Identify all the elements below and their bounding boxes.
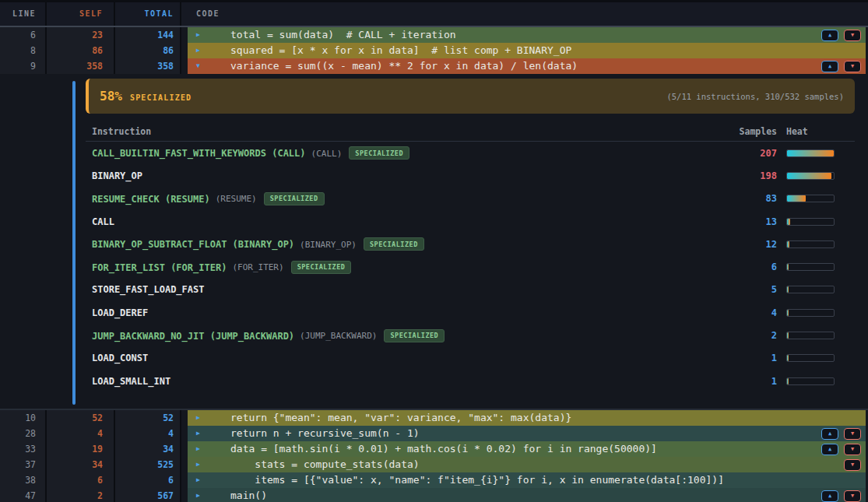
heat-bar-fill <box>787 355 789 361</box>
expand-arrow-icon[interactable]: ▶ <box>196 43 204 58</box>
instruction-name: BINARY_OP_SUBTRACT_FLOAT (BINARY_OP)(BIN… <box>86 237 691 251</box>
samples-value: 2 <box>691 330 777 341</box>
heat-bar <box>786 263 835 271</box>
row-buttons: ▲ ▼ <box>821 61 861 72</box>
jump-up-button[interactable]: ▲ <box>821 490 838 502</box>
jump-down-button[interactable]: ▼ <box>844 428 861 440</box>
code-line-bar[interactable]: ▶ squared = [x * x for x in data] # list… <box>188 43 866 58</box>
instruction-base-opcode: (RESUME) <box>216 194 257 204</box>
self-value: 4 <box>47 426 115 441</box>
code-line-bar[interactable]: ▶ main() ▲ ▼ <box>188 488 866 502</box>
specialization-banner: 58% SPECIALIZED (5/11 instructions, 310/… <box>86 79 855 114</box>
self-value: 34 <box>47 457 115 472</box>
total-value: 358 <box>115 58 181 74</box>
instruction-base-opcode: (FOR_ITER) <box>232 262 283 272</box>
row-buttons: ▼ <box>844 459 861 471</box>
heat-bar-fill <box>787 264 789 270</box>
heat-bar <box>786 240 835 248</box>
code-rows-top: 6 23 144 ▶ total = sum(data) # CALL + it… <box>0 27 868 74</box>
total-value: 52 <box>115 410 181 426</box>
instruction-rows: CALL_BUILTIN_FAST_WITH_KEYWORDS (CALL)(C… <box>86 142 855 392</box>
instruction-name: LOAD_CONST <box>86 353 691 363</box>
expand-arrow-icon[interactable]: ▶ <box>196 27 204 43</box>
self-value: 19 <box>47 441 115 457</box>
instruction-row: RESUME_CHECK (RESUME)(RESUME)SPECIALIZED… <box>86 188 855 210</box>
table-row: 8 86 86 ▶ squared = [x * x for x in data… <box>0 43 868 58</box>
column-header-line: LINE <box>0 2 47 26</box>
instruction-row: STORE_FAST_LOAD_FAST 5 <box>86 279 855 301</box>
expand-arrow-icon[interactable]: ▶ <box>196 457 204 472</box>
samples-value: 198 <box>691 170 777 181</box>
code-line-bar[interactable]: ▶ data = [math.sin(i * 0.01) + math.cos(… <box>188 441 866 457</box>
expand-arrow-icon[interactable]: ▼ <box>196 58 204 74</box>
total-value: 144 <box>115 27 181 43</box>
code-text: return n + recursive_sum(n - 1) <box>230 426 420 441</box>
table-row: 38 6 6 ▶ items = [{"value": x, "name": f… <box>0 472 868 488</box>
instruction-row: FOR_ITER_LIST (FOR_ITER)(FOR_ITER)SPECIA… <box>86 255 855 278</box>
table-row: 6 23 144 ▶ total = sum(data) # CALL + it… <box>0 27 868 43</box>
instruction-opcode: CALL <box>92 216 114 227</box>
jump-down-button[interactable]: ▼ <box>844 444 861 455</box>
specialized-percent: 58% <box>100 89 122 104</box>
table-row: 37 34 525 ▶ stats = compute_stats(data) … <box>0 457 868 472</box>
expand-arrow-icon[interactable]: ▶ <box>196 426 204 441</box>
jump-down-button[interactable]: ▼ <box>844 459 861 471</box>
total-value: 34 <box>115 441 181 457</box>
jump-up-button[interactable]: ▲ <box>821 428 838 440</box>
line-number: 6 <box>0 27 47 43</box>
expand-arrow-icon[interactable]: ▶ <box>196 488 204 502</box>
samples-value: 207 <box>691 148 777 159</box>
line-number: 33 <box>0 441 47 457</box>
heat-bar-fill <box>787 332 789 339</box>
instruction-opcode: LOAD_DEREF <box>92 307 148 318</box>
code-text: main() <box>230 488 267 502</box>
column-header-instruction: Instruction <box>86 121 691 142</box>
heat-bar-fill <box>787 150 834 156</box>
expand-arrow-icon[interactable]: ▶ <box>196 472 204 488</box>
jump-down-button[interactable]: ▼ <box>844 30 861 41</box>
instruction-name: RESUME_CHECK (RESUME)(RESUME)SPECIALIZED <box>86 192 691 205</box>
table-row: 10 52 52 ▶ return {"mean": mean, "var": … <box>0 410 868 426</box>
instruction-base-opcode: (JUMP_BACKWARD) <box>300 331 377 341</box>
total-value: 6 <box>115 472 181 488</box>
column-header-heat: Heat <box>777 121 855 142</box>
instruction-opcode: BINARY_OP <box>92 170 142 181</box>
code-line-bar[interactable]: ▶ stats = compute_stats(data) ▼ <box>188 457 866 472</box>
samples-value: 12 <box>691 239 777 250</box>
samples-value: 4 <box>691 307 777 318</box>
instruction-row: CALL 13 <box>86 210 855 233</box>
instruction-opcode: JUMP_BACKWARD_NO_JIT (JUMP_BACKWARD) <box>92 330 294 341</box>
self-value: 6 <box>47 472 115 488</box>
instruction-row: LOAD_CONST 1 <box>86 347 855 370</box>
code-line-bar[interactable]: ▶ return {"mean": mean, "var": variance,… <box>188 410 866 426</box>
expand-arrow-icon[interactable]: ▶ <box>196 410 204 426</box>
self-value: 86 <box>47 43 115 58</box>
jump-down-button[interactable]: ▼ <box>844 61 861 72</box>
code-line-bar[interactable]: ▶ items = [{"value": x, "name": f"item_{… <box>188 472 866 488</box>
instruction-name: CALL <box>86 216 691 227</box>
instruction-base-opcode: (CALL) <box>311 149 343 159</box>
code-line-bar[interactable]: ▶ total = sum(data) # CALL + iteration ▲… <box>188 27 866 43</box>
jump-down-button[interactable]: ▼ <box>844 490 861 502</box>
heat-bar <box>786 172 835 180</box>
instruction-name: BINARY_OP <box>86 170 691 181</box>
code-text: items = [{"value": x, "name": f"item_{i}… <box>230 472 724 488</box>
code-text: variance = sum((x - mean) ** 2 for x in … <box>230 58 578 74</box>
code-line-bar[interactable]: ▼ variance = sum((x - mean) ** 2 for x i… <box>188 58 866 74</box>
instruction-name: LOAD_DEREF <box>86 307 691 318</box>
expand-arrow-icon[interactable]: ▶ <box>196 441 204 457</box>
code-line-bar[interactable]: ▶ return n + recursive_sum(n - 1) ▲ ▼ <box>188 426 866 441</box>
panel-indent-bar <box>72 81 76 405</box>
jump-up-button[interactable]: ▲ <box>821 444 838 455</box>
samples-value: 1 <box>691 376 777 387</box>
jump-up-button[interactable]: ▲ <box>821 61 838 72</box>
instruction-base-opcode: (BINARY_OP) <box>300 240 357 250</box>
heat-bar-fill <box>787 219 790 225</box>
instruction-name: STORE_FAST_LOAD_FAST <box>86 284 691 295</box>
heat-bar-fill <box>787 310 789 316</box>
specialized-badge: SPECIALIZED <box>349 146 409 160</box>
code-text: total = sum(data) # CALL + iteration <box>230 27 456 43</box>
jump-up-button[interactable]: ▲ <box>821 30 838 41</box>
heat-bar <box>786 218 835 226</box>
code-text: data = [math.sin(i * 0.01) + math.cos(i … <box>230 441 657 457</box>
